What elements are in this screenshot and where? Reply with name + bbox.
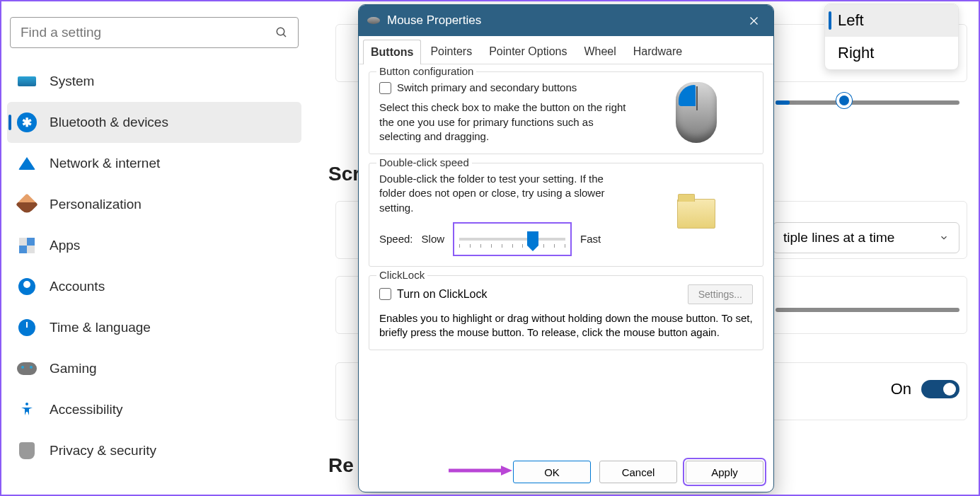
toggle-label: On [891, 380, 911, 398]
bluetooth-icon: ✱ [17, 113, 37, 132]
sidebar-item-label: Personalization [50, 197, 142, 212]
accessibility-icon [18, 401, 35, 418]
settings-nav: System ✱Bluetooth & devices Network & in… [7, 61, 301, 471]
lines-to-scroll-slider[interactable] [776, 308, 959, 312]
group-description: Enables you to highlight or drag without… [379, 311, 753, 340]
wifi-icon [18, 157, 35, 170]
dialog-title: Mouse Properties [387, 13, 738, 28]
accounts-icon [18, 278, 35, 295]
shield-icon [19, 442, 35, 459]
speed-label: Speed: [379, 232, 413, 246]
slider-thumb[interactable] [836, 93, 852, 108]
group-legend: ClickLock [376, 269, 427, 281]
checkbox-label: Switch primary and secondary buttons [397, 81, 577, 95]
tab-hardware[interactable]: Hardware [626, 39, 690, 64]
scroll-inactive-toggle-row: On [891, 380, 959, 398]
search-input[interactable] [21, 25, 275, 40]
dialog-titlebar[interactable]: Mouse Properties [359, 5, 773, 36]
group-button-configuration: Button configuration Switch primary and … [369, 71, 763, 154]
group-description: Double-click the folder to test your set… [379, 172, 630, 215]
brush-icon [16, 193, 38, 215]
dialog-panel: Button configuration Switch primary and … [359, 64, 773, 455]
group-legend: Double-click speed [376, 156, 472, 168]
clicklock-checkbox[interactable]: Turn on ClickLock [379, 288, 487, 301]
slider-thumb[interactable] [527, 231, 538, 246]
switch-buttons-checkbox[interactable]: Switch primary and secondary buttons [379, 81, 630, 95]
group-legend: Button configuration [376, 65, 476, 77]
sidebar-item-accessibility[interactable]: Accessibility [7, 389, 301, 430]
sidebar-item-bluetooth-devices[interactable]: ✱Bluetooth & devices [7, 102, 301, 143]
tab-pointer-options[interactable]: Pointer Options [481, 39, 575, 64]
svg-point-2 [25, 403, 28, 405]
sidebar-item-label: Gaming [50, 361, 97, 376]
sidebar-item-accounts[interactable]: Accounts [7, 266, 301, 307]
sidebar-item-label: Privacy & security [50, 443, 156, 458]
group-description: Select this check box to make the button… [379, 100, 630, 144]
sidebar-item-label: Accessibility [50, 402, 122, 417]
ok-button[interactable]: OK [513, 461, 591, 483]
sidebar-item-label: Network & internet [50, 156, 160, 171]
tab-buttons[interactable]: Buttons [363, 40, 421, 64]
tab-wheel[interactable]: Wheel [576, 39, 623, 64]
search-box[interactable] [10, 17, 299, 48]
sidebar-item-personalization[interactable]: Personalization [7, 184, 301, 225]
mouse-illustration [676, 82, 717, 143]
dialog-button-row: OK Cancel Apply [359, 455, 773, 492]
sidebar-item-gaming[interactable]: Gaming [7, 348, 301, 389]
tab-pointers[interactable]: Pointers [422, 39, 480, 64]
sidebar-item-label: Accounts [50, 279, 105, 294]
double-click-speed-slider[interactable] [459, 238, 565, 241]
sidebar-item-label: Bluetooth & devices [50, 115, 168, 130]
primary-button-dropdown[interactable]: Left Right [824, 4, 959, 70]
apply-button[interactable]: Apply [686, 461, 763, 483]
slow-label: Slow [422, 232, 445, 246]
sidebar-item-apps[interactable]: Apps [7, 225, 301, 266]
clicklock-settings-button: Settings... [688, 284, 753, 304]
mouse-icon [367, 17, 380, 24]
sidebar-item-label: System [50, 74, 94, 89]
fast-label: Fast [580, 232, 601, 246]
dialog-tabs: Buttons Pointers Pointer Options Wheel H… [359, 36, 773, 64]
cancel-button[interactable]: Cancel [599, 461, 677, 483]
svg-point-0 [277, 28, 284, 35]
sidebar-item-time-language[interactable]: Time & language [7, 307, 301, 348]
search-icon [275, 26, 288, 39]
scroll-mode-value: tiple lines at a time [783, 230, 894, 246]
close-icon [749, 16, 759, 26]
primary-button-option-right[interactable]: Right [825, 37, 958, 69]
scroll-mode-dropdown[interactable]: tiple lines at a time [773, 222, 959, 253]
system-icon [18, 76, 36, 86]
mouse-properties-dialog: Mouse Properties Buttons Pointers Pointe… [358, 4, 774, 492]
svg-line-1 [283, 34, 286, 37]
group-clicklock: ClickLock Turn on ClickLock Settings... … [369, 275, 763, 351]
settings-sidebar: System ✱Bluetooth & devices Network & in… [1, 1, 307, 495]
sidebar-item-label: Time & language [50, 320, 151, 335]
gamepad-icon [17, 362, 37, 375]
clock-icon [18, 319, 35, 336]
checkbox-label: Turn on ClickLock [397, 288, 487, 301]
folder-test-icon[interactable] [677, 199, 715, 229]
chevron-down-icon [939, 233, 949, 243]
primary-button-option-left[interactable]: Left [825, 4, 958, 37]
sidebar-item-system[interactable]: System [7, 61, 301, 102]
group-double-click-speed: Double-click speed Double-click the fold… [369, 163, 763, 267]
sidebar-item-label: Apps [50, 238, 80, 253]
sidebar-item-privacy-security[interactable]: Privacy & security [7, 430, 301, 471]
close-button[interactable] [738, 5, 769, 36]
apps-icon [19, 238, 35, 253]
sidebar-item-network[interactable]: Network & internet [7, 143, 301, 184]
cursor-speed-slider[interactable] [776, 100, 959, 105]
checkbox-box[interactable] [379, 288, 391, 300]
checkbox-box[interactable] [379, 82, 391, 94]
double-click-slider-highlight [453, 222, 572, 256]
scroll-inactive-toggle[interactable] [921, 380, 959, 398]
